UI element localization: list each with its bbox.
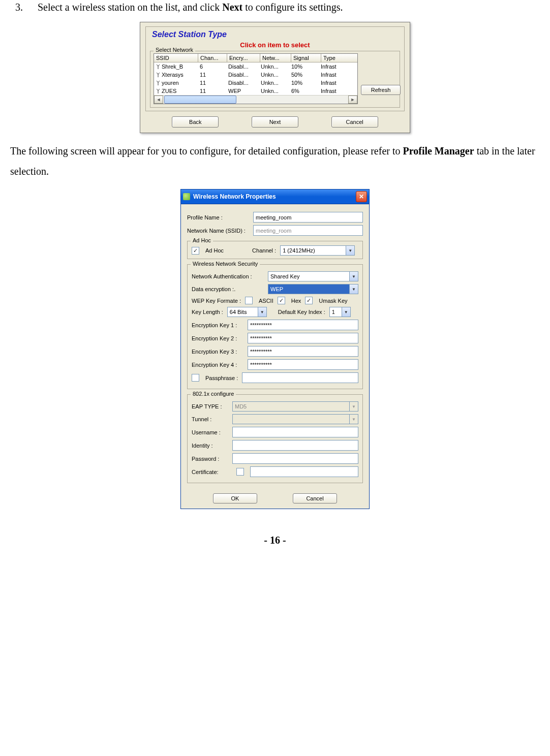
tunnel-label: Tunnel : bbox=[192, 416, 232, 422]
auth-combo[interactable]: Shared Key ▼ bbox=[268, 271, 358, 281]
header-channel[interactable]: Chan... bbox=[198, 54, 227, 62]
mid-text-bold: Profile Manager bbox=[403, 145, 474, 156]
dialog2-title: Wireless Network Properties bbox=[193, 193, 276, 200]
adhoc-group: Ad Hoc ✓ Ad Hoc Channel : 1 (2412MHz) ▼ bbox=[187, 241, 363, 259]
page-number: - 16 - bbox=[10, 534, 540, 546]
header-signal[interactable]: Signal bbox=[291, 54, 321, 62]
dialog1-title: Select Station Type bbox=[146, 27, 404, 40]
antenna-icon bbox=[156, 80, 160, 85]
select-station-dialog: Select Station Type Click on item to sel… bbox=[140, 22, 410, 133]
scroll-right-icon[interactable]: ► bbox=[348, 96, 357, 104]
identity-input[interactable] bbox=[232, 440, 358, 451]
horizontal-scrollbar[interactable]: ◄ ► bbox=[154, 95, 357, 104]
keylen-label: Key Length : bbox=[192, 309, 223, 315]
profile-name-label: Profile Name : bbox=[187, 214, 253, 220]
chevron-down-icon: ▼ bbox=[349, 415, 358, 424]
certificate-checkbox[interactable] bbox=[236, 468, 244, 476]
network-list[interactable]: SSID Chan... Encry... Netw... Signal Typ… bbox=[154, 53, 358, 104]
scroll-thumb[interactable] bbox=[164, 96, 236, 104]
antenna-icon bbox=[156, 88, 160, 93]
chevron-down-icon[interactable]: ▼ bbox=[349, 272, 358, 281]
table-row[interactable]: ZUES 11 WEP Unkn... 6% Infrast bbox=[154, 87, 357, 95]
key4-label: Encryption Key 4 : bbox=[192, 362, 248, 368]
scroll-left-icon[interactable]: ◄ bbox=[154, 96, 163, 104]
close-button[interactable]: ✕ bbox=[356, 191, 367, 202]
certificate-label: Certificate: bbox=[192, 469, 232, 475]
wepfmt-label: WEP Key Formate : bbox=[192, 298, 241, 304]
header-network[interactable]: Netw... bbox=[260, 54, 291, 62]
passphrase-checkbox[interactable] bbox=[192, 374, 199, 382]
chevron-down-icon[interactable]: ▼ bbox=[258, 307, 266, 317]
defidx-label: Default Key Index : bbox=[278, 309, 325, 315]
passphrase-input[interactable] bbox=[242, 372, 358, 383]
channel-label: Channel : bbox=[252, 247, 276, 254]
umask-label: Umask Key bbox=[319, 298, 347, 304]
refresh-button[interactable]: Refresh bbox=[361, 85, 401, 95]
certificate-input[interactable] bbox=[250, 466, 358, 477]
wireless-icon bbox=[183, 193, 190, 200]
security-group: Wireless Network Security Network Authen… bbox=[187, 264, 363, 389]
table-row[interactable]: Shrek_B 6 Disabl... Unkn... 10% Infrast bbox=[154, 62, 357, 71]
wireless-properties-dialog: Wireless Network Properties ✕ Profile Na… bbox=[180, 189, 370, 509]
auth-label: Network Authentication : bbox=[192, 273, 268, 279]
key3-label: Encryption Key 3 : bbox=[192, 349, 248, 355]
header-type[interactable]: Type bbox=[321, 54, 355, 62]
chevron-down-icon: ▼ bbox=[349, 402, 358, 411]
profile-name-input[interactable] bbox=[253, 212, 363, 223]
adhoc-checkbox-label: Ad Hoc bbox=[205, 247, 224, 254]
chevron-down-icon[interactable]: ▼ bbox=[346, 246, 354, 255]
dialog2-titlebar: Wireless Network Properties ✕ bbox=[181, 190, 369, 204]
step-text-bold: Next bbox=[222, 2, 242, 13]
cancel-button[interactable]: Cancel bbox=[293, 493, 337, 503]
tunnel-combo: ▼ bbox=[232, 414, 358, 424]
step-3-text: 3. Select a wireless station on the list… bbox=[10, 0, 540, 14]
mid-paragraph: The following screen will appear for you… bbox=[10, 141, 540, 181]
ascii-label: ASCII bbox=[259, 298, 273, 304]
chevron-down-icon[interactable]: ▼ bbox=[342, 307, 350, 317]
key2-input[interactable] bbox=[248, 333, 358, 343]
network-list-header: SSID Chan... Encry... Netw... Signal Typ… bbox=[154, 54, 357, 62]
step-number: 3. bbox=[15, 2, 23, 13]
next-button[interactable]: Next bbox=[252, 116, 298, 128]
key4-input[interactable] bbox=[248, 359, 358, 370]
eap-label: EAP TYPE : bbox=[192, 403, 232, 410]
keylen-combo[interactable]: 64 Bits ▼ bbox=[227, 307, 267, 317]
antenna-icon bbox=[156, 72, 160, 77]
key3-input[interactable] bbox=[248, 346, 358, 357]
back-button[interactable]: Back bbox=[172, 116, 219, 128]
key1-label: Encryption Key 1 : bbox=[192, 322, 248, 328]
ssid-input bbox=[253, 225, 363, 236]
identity-label: Identity : bbox=[192, 443, 232, 449]
umask-checkbox[interactable]: ✓ bbox=[305, 297, 313, 304]
table-row[interactable]: youren 11 Disabl... Unkn... 10% Infrast bbox=[154, 79, 357, 87]
password-label: Password : bbox=[192, 456, 232, 462]
step-text-after: to configure its settings. bbox=[242, 2, 343, 13]
close-icon: ✕ bbox=[359, 193, 364, 200]
hex-label: Hex bbox=[291, 298, 301, 304]
ascii-checkbox[interactable] bbox=[245, 297, 253, 304]
username-label: Username : bbox=[192, 429, 232, 435]
password-input[interactable] bbox=[232, 453, 358, 464]
passphrase-label: Passphrase : bbox=[205, 375, 238, 381]
dot1x-group: 802.1x configure EAP TYPE : MD5 ▼ Tunnel… bbox=[187, 394, 363, 483]
encryption-combo[interactable]: WEP ▼ bbox=[268, 284, 358, 294]
select-network-group-label: Select Network bbox=[154, 47, 195, 53]
security-group-label: Wireless Network Security bbox=[191, 261, 260, 267]
channel-combo[interactable]: 1 (2412MHz) ▼ bbox=[280, 245, 355, 256]
chevron-down-icon[interactable]: ▼ bbox=[349, 285, 358, 294]
username-input[interactable] bbox=[232, 427, 358, 437]
hex-checkbox[interactable]: ✓ bbox=[278, 297, 285, 304]
step-text-before: Select a wireless station on the list, a… bbox=[38, 2, 222, 13]
cancel-button[interactable]: Cancel bbox=[331, 116, 378, 128]
adhoc-checkbox[interactable]: ✓ bbox=[192, 247, 199, 255]
header-ssid[interactable]: SSID bbox=[154, 54, 198, 62]
key1-input[interactable] bbox=[248, 320, 358, 330]
ok-button[interactable]: OK bbox=[213, 493, 257, 503]
ssid-label: Network Name (SSID) : bbox=[187, 228, 253, 234]
encryption-label: Data encryption :. bbox=[192, 286, 268, 292]
mid-text-1: The following screen will appear for you… bbox=[10, 145, 403, 156]
table-row[interactable]: Xterasys 11 Disabl... Unkn... 50% Infras… bbox=[154, 71, 357, 79]
dot1x-group-label: 802.1x configure bbox=[191, 391, 236, 397]
header-encryption[interactable]: Encry... bbox=[227, 54, 260, 62]
defidx-combo[interactable]: 1 ▼ bbox=[329, 307, 351, 317]
